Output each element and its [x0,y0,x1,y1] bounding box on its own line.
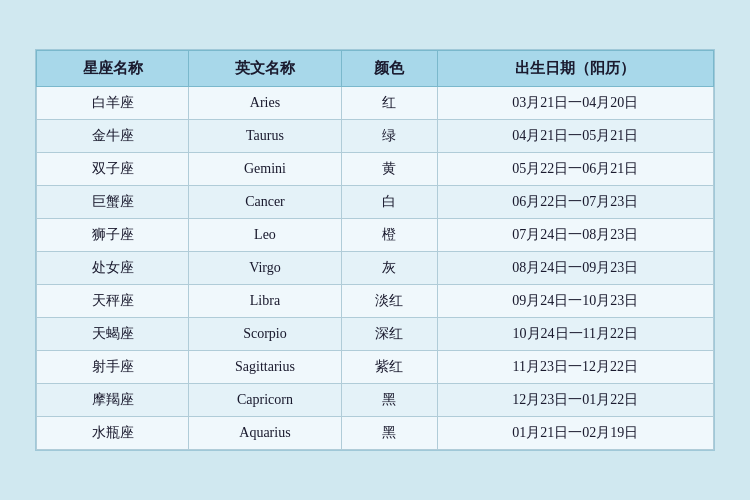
cell-color: 黄 [341,153,437,186]
cell-english-name: Aquarius [189,417,341,450]
cell-chinese-name: 射手座 [37,351,189,384]
cell-english-name: Virgo [189,252,341,285]
table-row: 金牛座Taurus绿04月21日一05月21日 [37,120,714,153]
cell-dates: 04月21日一05月21日 [437,120,713,153]
cell-color: 白 [341,186,437,219]
cell-english-name: Leo [189,219,341,252]
cell-chinese-name: 狮子座 [37,219,189,252]
table-row: 白羊座Aries红03月21日一04月20日 [37,87,714,120]
table-row: 巨蟹座Cancer白06月22日一07月23日 [37,186,714,219]
table-body: 白羊座Aries红03月21日一04月20日金牛座Taurus绿04月21日一0… [37,87,714,450]
table-row: 射手座Sagittarius紫红11月23日一12月22日 [37,351,714,384]
cell-chinese-name: 处女座 [37,252,189,285]
cell-english-name: Scorpio [189,318,341,351]
cell-dates: 01月21日一02月19日 [437,417,713,450]
cell-dates: 05月22日一06月21日 [437,153,713,186]
table-row: 狮子座Leo橙07月24日一08月23日 [37,219,714,252]
cell-dates: 11月23日一12月22日 [437,351,713,384]
cell-english-name: Aries [189,87,341,120]
table-row: 摩羯座Capricorn黑12月23日一01月22日 [37,384,714,417]
cell-chinese-name: 白羊座 [37,87,189,120]
cell-dates: 10月24日一11月22日 [437,318,713,351]
cell-chinese-name: 摩羯座 [37,384,189,417]
cell-color: 淡红 [341,285,437,318]
cell-chinese-name: 天蝎座 [37,318,189,351]
cell-color: 深红 [341,318,437,351]
cell-dates: 09月24日一10月23日 [437,285,713,318]
table-row: 天蝎座Scorpio深红10月24日一11月22日 [37,318,714,351]
zodiac-table-container: 星座名称 英文名称 颜色 出生日期（阳历） 白羊座Aries红03月21日一04… [35,49,715,451]
header-chinese-name: 星座名称 [37,51,189,87]
cell-color: 橙 [341,219,437,252]
cell-english-name: Capricorn [189,384,341,417]
zodiac-table: 星座名称 英文名称 颜色 出生日期（阳历） 白羊座Aries红03月21日一04… [36,50,714,450]
table-row: 双子座Gemini黄05月22日一06月21日 [37,153,714,186]
cell-english-name: Gemini [189,153,341,186]
header-color: 颜色 [341,51,437,87]
header-english-name: 英文名称 [189,51,341,87]
cell-color: 红 [341,87,437,120]
cell-dates: 12月23日一01月22日 [437,384,713,417]
table-row: 处女座Virgo灰08月24日一09月23日 [37,252,714,285]
cell-chinese-name: 水瓶座 [37,417,189,450]
cell-color: 灰 [341,252,437,285]
cell-english-name: Sagittarius [189,351,341,384]
table-header-row: 星座名称 英文名称 颜色 出生日期（阳历） [37,51,714,87]
cell-english-name: Libra [189,285,341,318]
cell-chinese-name: 金牛座 [37,120,189,153]
cell-chinese-name: 双子座 [37,153,189,186]
cell-chinese-name: 巨蟹座 [37,186,189,219]
cell-color: 黑 [341,384,437,417]
table-row: 天秤座Libra淡红09月24日一10月23日 [37,285,714,318]
cell-dates: 08月24日一09月23日 [437,252,713,285]
header-dates: 出生日期（阳历） [437,51,713,87]
cell-english-name: Taurus [189,120,341,153]
cell-dates: 03月21日一04月20日 [437,87,713,120]
cell-dates: 07月24日一08月23日 [437,219,713,252]
cell-dates: 06月22日一07月23日 [437,186,713,219]
table-row: 水瓶座Aquarius黑01月21日一02月19日 [37,417,714,450]
cell-english-name: Cancer [189,186,341,219]
cell-color: 紫红 [341,351,437,384]
cell-chinese-name: 天秤座 [37,285,189,318]
cell-color: 绿 [341,120,437,153]
cell-color: 黑 [341,417,437,450]
